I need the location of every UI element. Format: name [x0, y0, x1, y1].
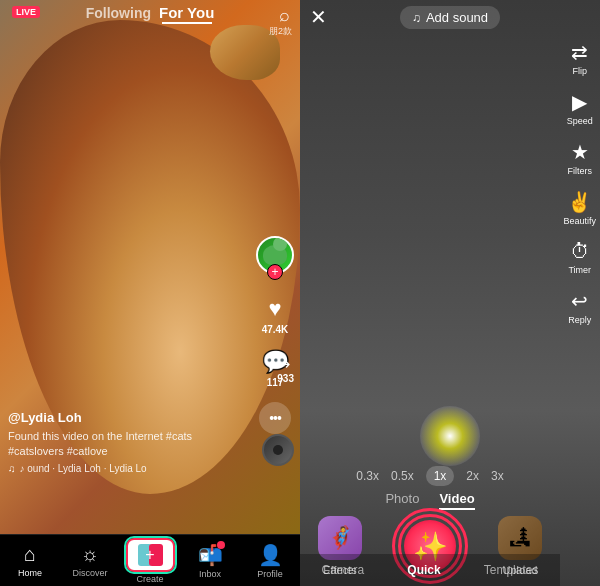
effects-icon: 🦸 — [327, 525, 354, 551]
close-button[interactable]: ✕ — [310, 5, 327, 29]
left-panel: LIVE Following For You ⌕ 朋2款 + — [0, 0, 300, 586]
foryou-tab[interactable]: For You — [159, 4, 214, 21]
add-sound-button[interactable]: ♫ Add sound — [400, 6, 500, 29]
photo-tab[interactable]: Photo — [385, 491, 419, 510]
create-label: Create — [136, 574, 163, 584]
top-navigation: LIVE Following For You ⌕ — [0, 0, 300, 26]
discover-nav-item[interactable]: ☼ Discover — [60, 543, 120, 578]
music-info: ♫ ♪ ound · Lydia Loh · Lydia Lo — [8, 463, 250, 474]
quick-tab[interactable]: Quick — [407, 563, 440, 577]
live-badge: LIVE — [12, 6, 40, 18]
music-disc-inner — [273, 445, 283, 455]
caption-text: Found this video on the Internet #cats #… — [8, 429, 250, 458]
speed-tool[interactable]: ▶ Speed — [567, 90, 593, 126]
profile-label: Profile — [257, 569, 283, 579]
upload-icon: 🏞 — [509, 525, 531, 551]
speed-3x[interactable]: 3x — [491, 469, 504, 483]
reply-icon: ↩ — [571, 289, 588, 313]
flip-tool[interactable]: ⇄ Flip — [571, 40, 588, 76]
discover-icon: ☼ — [81, 543, 99, 566]
foryou-tab-wrapper[interactable]: For You — [159, 4, 214, 22]
inbox-nav-item[interactable]: 📬 Inbox — [180, 543, 240, 579]
discover-label: Discover — [72, 568, 107, 578]
music-title: ♪ ound · Lydia Loh · Lydia Lo — [20, 463, 147, 474]
speed-label: Speed — [567, 116, 593, 126]
timer-tool[interactable]: ⏱ Timer — [568, 240, 591, 275]
music-disc — [262, 434, 294, 466]
foryou-underline — [162, 22, 212, 24]
filters-icon: ★ — [571, 140, 589, 164]
like-count: 47.4K — [262, 324, 289, 335]
share-count: 933 — [277, 373, 294, 384]
add-sound-label: Add sound — [426, 10, 488, 25]
beautify-icon: ✌ — [567, 190, 592, 214]
timer-label: Timer — [568, 265, 591, 275]
filters-label: Filters — [567, 166, 592, 176]
speed-1x[interactable]: 1x — [426, 466, 455, 486]
beautify-label: Beautify — [563, 216, 596, 226]
inbox-label: Inbox — [199, 569, 221, 579]
heart-icon: ♥ — [268, 296, 281, 322]
share-container[interactable]: ↦ 933 — [277, 354, 294, 384]
beautify-tool[interactable]: ✌ Beautify — [563, 190, 596, 226]
music-note-icon: ♫ — [412, 11, 421, 25]
create-nav-item[interactable]: + Create — [120, 538, 180, 584]
following-tab[interactable]: Following — [86, 5, 151, 21]
reply-tool[interactable]: ↩ Reply — [568, 289, 591, 325]
music-note-icon: ♫ — [8, 463, 16, 474]
create-plus-icon: + — [145, 546, 154, 564]
post-count: 朋2款 — [269, 25, 292, 38]
home-label: Home — [18, 568, 42, 578]
video-feed: 朋2款 + ♥ 47.4K 💬 117 ••• — [0, 0, 300, 534]
bird-icon — [263, 245, 287, 265]
right-side-actions: + ♥ 47.4K 💬 117 ••• — [256, 236, 294, 434]
like-button[interactable]: ♥ 47.4K — [262, 296, 289, 335]
home-icon: ⌂ — [24, 543, 36, 566]
flip-label: Flip — [572, 66, 587, 76]
more-button[interactable]: ••• — [259, 402, 291, 434]
profile-icon: 👤 — [258, 543, 283, 567]
light-orb — [420, 406, 480, 466]
camera-tab[interactable]: Camera — [322, 563, 365, 577]
more-dots-icon: ••• — [269, 410, 281, 426]
create-button[interactable]: + — [126, 538, 175, 572]
inbox-notification-dot — [217, 541, 225, 549]
speed-icon: ▶ — [572, 90, 587, 114]
camera-tools: ⇄ Flip ▶ Speed ★ Filters ✌ Beautify ⏱ Ti… — [563, 40, 596, 325]
home-nav-item[interactable]: ⌂ Home — [0, 543, 60, 578]
follow-plus-icon[interactable]: + — [267, 264, 283, 280]
bottom-navigation: ⌂ Home ☼ Discover + Create 📬 Inbox — [0, 534, 300, 586]
video-info: @Lydia Loh Found this video on the Inter… — [8, 408, 250, 474]
profile-nav-item[interactable]: 👤 Profile — [240, 543, 300, 579]
filters-tool[interactable]: ★ Filters — [567, 140, 592, 176]
speed-selector: 0.3x 0.5x 1x 2x 3x — [300, 466, 560, 486]
bird-head — [273, 237, 287, 251]
flip-icon: ⇄ — [571, 40, 588, 64]
timer-icon: ⏱ — [570, 240, 590, 263]
templates-tab[interactable]: Templates — [484, 563, 539, 577]
share-icon: ↦ — [277, 355, 290, 372]
username[interactable]: @Lydia Loh — [8, 410, 82, 425]
speed-03x[interactable]: 0.3x — [356, 469, 379, 483]
camera-mode-tabs: Camera Quick Templates — [300, 554, 560, 586]
search-icon[interactable]: ⌕ — [279, 5, 290, 26]
video-tab[interactable]: Video — [439, 491, 474, 510]
create-button-inner: + — [138, 544, 163, 566]
reply-label: Reply — [568, 315, 591, 325]
speed-05x[interactable]: 0.5x — [391, 469, 414, 483]
inbox-icon-wrapper: 📬 — [198, 543, 223, 567]
speed-2x[interactable]: 2x — [466, 469, 479, 483]
avatar-container[interactable]: + — [256, 236, 294, 274]
right-panel: ✕ ♫ Add sound ⇄ Flip ▶ Speed ★ Filters ✌… — [300, 0, 600, 586]
camera-top-bar: ✕ ♫ Add sound — [300, 0, 600, 35]
